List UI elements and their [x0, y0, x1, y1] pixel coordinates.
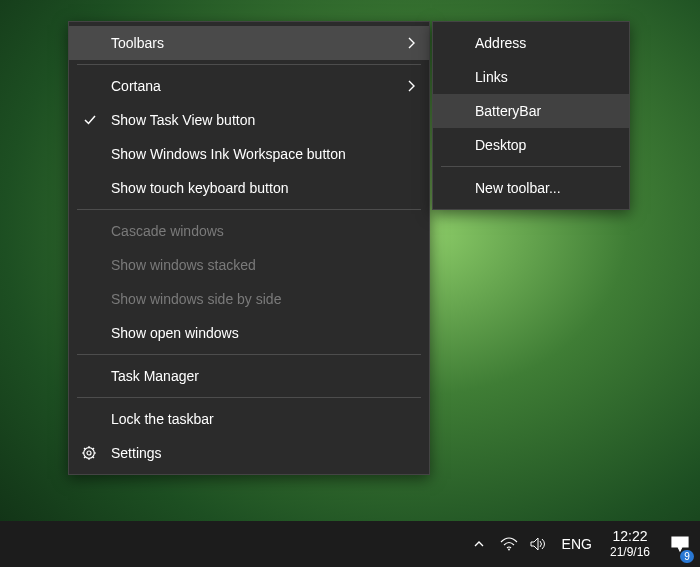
menu-item-label: Cortana — [111, 78, 161, 94]
menu-item-label: Lock the taskbar — [111, 411, 214, 427]
taskbar-context-menu: Toolbars Cortana Show Task View button S… — [68, 21, 430, 475]
menu-item-label: Show windows side by side — [111, 291, 281, 307]
clock-time: 12:22 — [610, 528, 650, 545]
tray-clock[interactable]: 12:22 21/9/16 — [600, 528, 660, 559]
menu-item-ink-workspace[interactable]: Show Windows Ink Workspace button — [69, 137, 429, 171]
menu-item-stacked: Show windows stacked — [69, 248, 429, 282]
menu-item-label: Links — [475, 69, 508, 85]
menu-item-label: Show open windows — [111, 325, 239, 341]
menu-item-label: Address — [475, 35, 526, 51]
menu-item-cascade-windows: Cascade windows — [69, 214, 429, 248]
tray-language[interactable]: ENG — [554, 521, 600, 567]
menu-separator — [77, 64, 421, 65]
menu-item-settings[interactable]: Settings — [69, 436, 429, 470]
volume-icon[interactable] — [524, 521, 554, 567]
clock-date: 21/9/16 — [610, 545, 650, 559]
submenu-item-new-toolbar[interactable]: New toolbar... — [433, 171, 629, 205]
notification-badge: 9 — [680, 550, 694, 563]
action-center-icon[interactable]: 9 — [660, 521, 700, 567]
toolbars-submenu: Address Links BatteryBar Desktop New too… — [432, 21, 630, 210]
gear-icon — [81, 445, 97, 461]
menu-item-open-windows[interactable]: Show open windows — [69, 316, 429, 350]
menu-item-label: Task Manager — [111, 368, 199, 384]
svg-line-6 — [84, 448, 85, 449]
svg-line-7 — [93, 457, 94, 458]
chevron-right-icon — [407, 36, 417, 50]
menu-item-side-by-side: Show windows side by side — [69, 282, 429, 316]
menu-item-label: Show Task View button — [111, 112, 255, 128]
menu-item-label: Cascade windows — [111, 223, 224, 239]
chevron-right-icon — [407, 79, 417, 93]
check-icon — [83, 113, 97, 127]
submenu-item-links[interactable]: Links — [433, 60, 629, 94]
svg-point-1 — [87, 451, 91, 455]
submenu-item-address[interactable]: Address — [433, 26, 629, 60]
svg-line-9 — [84, 457, 85, 458]
menu-item-label: Desktop — [475, 137, 526, 153]
svg-point-10 — [508, 549, 510, 551]
system-tray: ENG 12:22 21/9/16 9 — [464, 521, 700, 567]
menu-item-label: Settings — [111, 445, 162, 461]
menu-separator — [77, 397, 421, 398]
menu-item-touch-keyboard[interactable]: Show touch keyboard button — [69, 171, 429, 205]
menu-item-toolbars[interactable]: Toolbars — [69, 26, 429, 60]
menu-item-label: BatteryBar — [475, 103, 541, 119]
submenu-item-desktop[interactable]: Desktop — [433, 128, 629, 162]
menu-item-label: Show windows stacked — [111, 257, 256, 273]
menu-separator — [77, 354, 421, 355]
menu-separator — [441, 166, 621, 167]
menu-item-label: New toolbar... — [475, 180, 561, 196]
menu-item-task-manager[interactable]: Task Manager — [69, 359, 429, 393]
menu-item-lock-taskbar[interactable]: Lock the taskbar — [69, 402, 429, 436]
language-label: ENG — [562, 536, 592, 552]
submenu-item-batterybar[interactable]: BatteryBar — [433, 94, 629, 128]
wifi-icon[interactable] — [494, 521, 524, 567]
svg-line-8 — [93, 448, 94, 449]
menu-item-show-task-view[interactable]: Show Task View button — [69, 103, 429, 137]
menu-item-cortana[interactable]: Cortana — [69, 69, 429, 103]
menu-separator — [77, 209, 421, 210]
menu-item-label: Show touch keyboard button — [111, 180, 288, 196]
menu-item-label: Toolbars — [111, 35, 164, 51]
menu-item-label: Show Windows Ink Workspace button — [111, 146, 346, 162]
taskbar[interactable]: ENG 12:22 21/9/16 9 — [0, 521, 700, 567]
tray-chevron-icon[interactable] — [464, 521, 494, 567]
